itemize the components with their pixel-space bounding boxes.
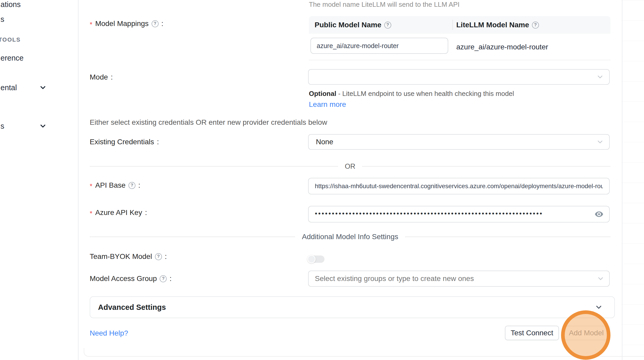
additional-settings-divider: Additional Model Info Settings <box>90 232 610 242</box>
divider-line <box>90 166 338 167</box>
divider-line <box>362 166 610 167</box>
column-divider <box>452 20 453 30</box>
team-byok-label: Team-BYOK Model ? : <box>90 251 167 262</box>
eye-icon[interactable] <box>595 210 603 219</box>
sidebar-item-organizations[interactable]: ations <box>1 0 21 10</box>
table-row: azure_ai/azure-model-router <box>309 34 610 60</box>
required-marker: * <box>90 21 92 29</box>
public-model-name-header: Public Model Name ? <box>309 21 452 29</box>
chevron-down-icon[interactable] <box>39 122 47 130</box>
public-model-name-input[interactable] <box>310 38 448 54</box>
mode-help-text: Optional - LiteLLM endpoint to use when … <box>309 88 525 110</box>
azure-api-key-input[interactable]: ••••••••••••••••••••••••••••••••••••••••… <box>308 206 610 222</box>
sidebar-section-tools: TOOLS <box>0 36 21 44</box>
add-model-button[interactable]: Add Model <box>562 326 610 340</box>
sidebar-item-label: s <box>1 122 4 130</box>
mode-label: Mode : <box>90 72 113 83</box>
help-icon[interactable]: ? <box>152 20 159 27</box>
chevron-down-icon <box>597 275 604 283</box>
add-model-page: ations s TOOLS erence ental s The model … <box>0 0 644 360</box>
model-mappings-label: * Model Mappings ? : <box>90 18 163 29</box>
existing-credentials-select[interactable]: None <box>308 134 610 150</box>
required-marker: * <box>90 210 92 218</box>
model-name-help-text: The model name LiteLLM will send to the … <box>309 1 460 9</box>
advanced-settings-panel[interactable]: Advanced Settings <box>90 296 615 318</box>
background-content <box>622 0 644 360</box>
litellm-model-name-value: azure_ai/azure-model-router <box>456 34 548 60</box>
mode-select[interactable] <box>308 69 610 85</box>
help-icon[interactable]: ? <box>384 22 391 29</box>
divider-line <box>405 237 610 237</box>
api-base-input[interactable] <box>308 178 610 194</box>
chevron-down-icon <box>596 138 604 146</box>
sidebar-item-api-reference[interactable]: erence <box>1 53 24 63</box>
help-icon[interactable]: ? <box>128 182 135 189</box>
masked-password-value: ••••••••••••••••••••••••••••••••••••••••… <box>309 210 543 218</box>
sidebar-section-label: TOOLS <box>0 36 21 43</box>
sidebar-item-settings[interactable]: s <box>1 121 4 131</box>
toggle-knob <box>307 255 316 263</box>
sidebar-item-users[interactable]: s <box>1 14 4 24</box>
or-divider: OR <box>90 161 610 172</box>
chevron-down-icon[interactable] <box>39 84 47 91</box>
sidebar-item-label: ations <box>1 0 21 9</box>
azure-api-key-label: * Azure API Key : <box>90 207 147 218</box>
need-help-link[interactable]: Need Help? <box>90 329 128 337</box>
help-icon[interactable]: ? <box>155 253 162 260</box>
help-icon[interactable]: ? <box>160 275 167 282</box>
sidebar-item-label: ental <box>1 83 17 92</box>
test-connect-button[interactable]: Test Connect <box>505 326 559 340</box>
advanced-settings-title: Advanced Settings <box>98 303 595 312</box>
sidebar-item-label: s <box>1 15 4 24</box>
team-byok-toggle[interactable] <box>308 256 324 263</box>
help-icon[interactable]: ? <box>532 22 539 29</box>
litellm-model-name-header: LiteLLM Model Name ? <box>452 21 539 29</box>
required-marker: * <box>90 182 92 190</box>
chevron-down-icon <box>595 303 603 311</box>
learn-more-link[interactable]: Learn more <box>309 100 346 108</box>
chevron-down-icon <box>596 73 604 81</box>
api-base-label: * API Base ? : <box>90 180 140 191</box>
credentials-note: Either select existing credentials OR en… <box>90 118 327 127</box>
model-access-group-label: Model Access Group ? : <box>90 273 172 284</box>
divider-line <box>90 237 295 237</box>
form-card-edge <box>84 348 644 357</box>
model-mappings-table: Public Model Name ? LiteLLM Model Name ?… <box>309 16 610 60</box>
model-access-group-select[interactable] <box>308 271 610 287</box>
sidebar-item-label: erence <box>1 54 24 62</box>
existing-credentials-label: Existing Credentials : <box>90 136 159 147</box>
sidebar-item-experimental[interactable]: ental <box>1 82 17 93</box>
sidebar: ations s TOOLS erence ental s <box>0 0 79 360</box>
model-mappings-header: Public Model Name ? LiteLLM Model Name ? <box>309 16 610 34</box>
